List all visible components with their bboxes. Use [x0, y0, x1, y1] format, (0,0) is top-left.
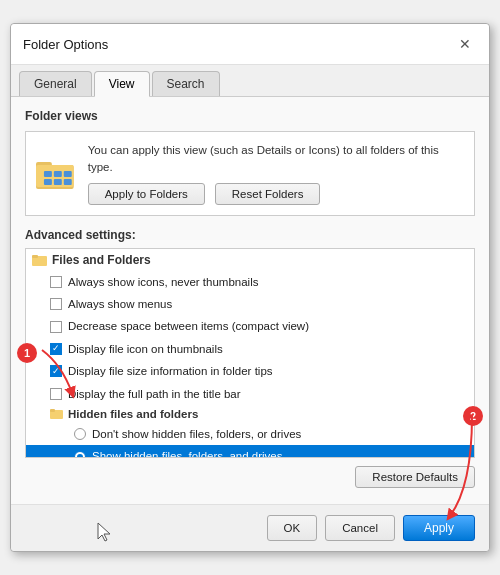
- main-content: Folder views You can apply this view (su…: [11, 97, 489, 503]
- category-files-folders-label: Files and Folders: [52, 253, 151, 267]
- svg-rect-11: [32, 255, 38, 258]
- settings-item-compact[interactable]: Decrease space between items (compact vi…: [26, 315, 474, 337]
- folder-views-title: Folder views: [25, 109, 475, 123]
- settings-item-always-menus[interactable]: Always show menus: [26, 293, 474, 315]
- apply-button[interactable]: Apply: [403, 515, 475, 541]
- cancel-button[interactable]: Cancel: [325, 515, 395, 541]
- svg-rect-3: [44, 171, 52, 177]
- svg-rect-4: [54, 171, 62, 177]
- tab-search[interactable]: Search: [152, 71, 220, 96]
- title-bar: Folder Options ✕: [11, 24, 489, 65]
- tab-general[interactable]: General: [19, 71, 92, 96]
- dialog-title: Folder Options: [23, 37, 108, 52]
- folder-options-dialog: Folder Options ✕ General View Search Fol…: [10, 23, 490, 551]
- tab-view[interactable]: View: [94, 71, 150, 97]
- checkbox-full-path[interactable]: [50, 388, 62, 400]
- annotation-badge-1: 1: [17, 343, 37, 363]
- folder-view-buttons: Apply to Folders Reset Folders: [88, 183, 464, 205]
- subcategory-hidden-files: Hidden files and folders: [26, 405, 474, 423]
- checkbox-file-icon[interactable]: [50, 343, 62, 355]
- close-button[interactable]: ✕: [453, 32, 477, 56]
- svg-rect-5: [64, 171, 72, 177]
- settings-item-dont-show-hidden[interactable]: Don't show hidden files, folders, or dri…: [26, 423, 474, 445]
- settings-item-show-hidden[interactable]: Show hidden files, folders, and drives: [26, 445, 474, 457]
- ok-button[interactable]: OK: [267, 515, 318, 541]
- svg-rect-13: [50, 409, 55, 412]
- svg-rect-6: [44, 178, 52, 184]
- settings-item-file-icon[interactable]: Display file icon on thumbnails: [26, 338, 474, 360]
- settings-list[interactable]: Files and Folders Always show icons, nev…: [25, 248, 475, 458]
- svg-rect-8: [64, 178, 72, 184]
- checkbox-file-size[interactable]: [50, 365, 62, 377]
- folder-icon-small: [32, 253, 48, 267]
- svg-rect-7: [54, 178, 62, 184]
- folder-icon: [36, 157, 76, 191]
- radio-dont-show-hidden[interactable]: [74, 428, 86, 440]
- tab-bar: General View Search: [11, 65, 489, 97]
- radio-show-hidden[interactable]: [74, 451, 86, 458]
- restore-defaults-row: Restore Defaults: [25, 466, 475, 488]
- settings-item-full-path[interactable]: Display the full path in the title bar: [26, 383, 474, 405]
- checkbox-always-menus[interactable]: [50, 298, 62, 310]
- settings-item-always-icons[interactable]: Always show icons, never thumbnails: [26, 271, 474, 293]
- advanced-settings-title: Advanced settings:: [25, 228, 475, 242]
- restore-defaults-button[interactable]: Restore Defaults: [355, 466, 475, 488]
- category-files-folders: Files and Folders: [26, 249, 474, 271]
- annotation-badge-2: 2: [463, 406, 483, 426]
- reset-folders-button[interactable]: Reset Folders: [215, 183, 321, 205]
- svg-marker-15: [98, 523, 110, 541]
- apply-to-folders-button[interactable]: Apply to Folders: [88, 183, 205, 205]
- bottom-buttons: OK Cancel Apply: [11, 504, 489, 551]
- cursor-icon: [95, 521, 115, 545]
- checkbox-compact[interactable]: [50, 321, 62, 333]
- subcategory-folder-icon: [50, 408, 64, 420]
- folder-views-description: You can apply this view (such as Details…: [88, 142, 464, 174]
- settings-wrapper: 1 2 Files and Folde: [25, 248, 475, 458]
- settings-item-file-size[interactable]: Display file size information in folder …: [26, 360, 474, 382]
- checkbox-always-icons[interactable]: [50, 276, 62, 288]
- folder-views-box: You can apply this view (such as Details…: [25, 131, 475, 215]
- folder-views-info: You can apply this view (such as Details…: [88, 142, 464, 204]
